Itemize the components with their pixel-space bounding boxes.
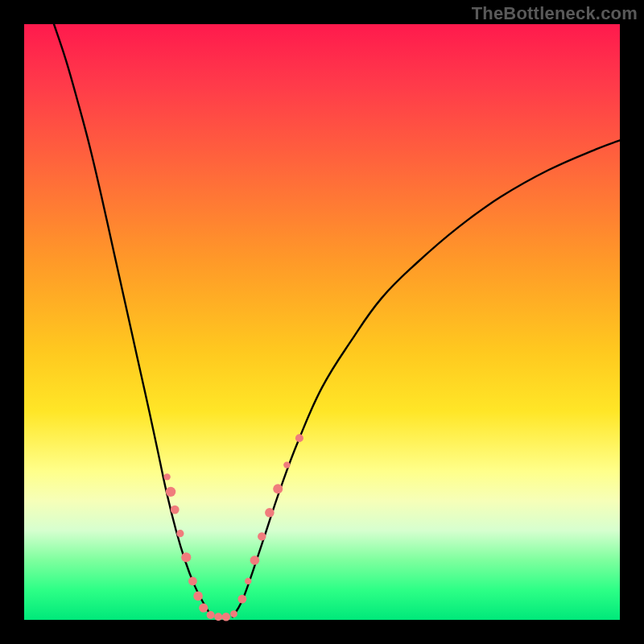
data-point bbox=[199, 604, 208, 613]
data-point bbox=[245, 578, 251, 584]
data-point bbox=[283, 461, 290, 468]
data-point bbox=[163, 473, 170, 480]
curve-right-curve bbox=[233, 140, 620, 617]
data-point bbox=[230, 610, 237, 617]
data-point bbox=[171, 506, 180, 514]
data-point bbox=[181, 552, 191, 562]
curve-left-curve bbox=[54, 24, 212, 617]
data-point bbox=[258, 532, 266, 540]
data-point bbox=[207, 611, 215, 619]
chart-area bbox=[24, 24, 620, 620]
data-point bbox=[237, 595, 246, 604]
data-point bbox=[222, 613, 230, 621]
watermark-text: TheBottleneck.com bbox=[472, 3, 638, 24]
data-point bbox=[265, 508, 275, 518]
data-point bbox=[188, 577, 197, 586]
bottleneck-chart bbox=[24, 24, 620, 620]
data-point bbox=[166, 487, 175, 497]
data-point bbox=[193, 592, 203, 601]
data-point bbox=[250, 555, 260, 565]
data-point bbox=[273, 484, 283, 493]
data-point bbox=[295, 434, 303, 442]
data-point bbox=[176, 530, 184, 537]
data-point bbox=[214, 613, 222, 621]
